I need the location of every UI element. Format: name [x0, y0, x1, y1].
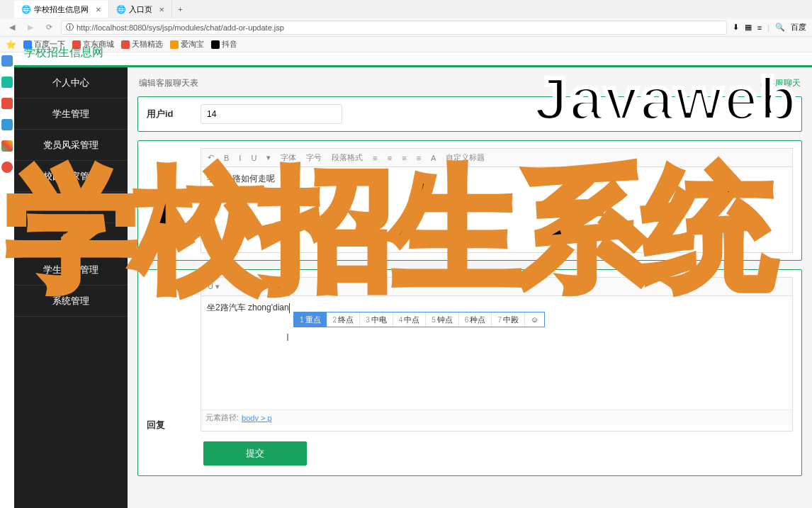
element-path-label: 元素路径:	[205, 412, 239, 423]
settings-icon[interactable]: ≡	[757, 23, 762, 32]
rail-icon[interactable]	[1, 162, 13, 173]
ime-emoji-button[interactable]: ☺	[525, 312, 544, 327]
browser-tab-strip: 🌐 学校招生信息网 × 🌐 入口页 × +	[0, 0, 812, 18]
editor2-content[interactable]: 坐2路汽车 zhong'dian 1重点 2终点 3中电 4中点 5钟点 6种点…	[201, 296, 792, 410]
close-icon[interactable]: ×	[159, 4, 165, 15]
editor2: U ▾ 坐2路汽车 zhong'dian 1重点 2终点 3中电 4中点 5钟点…	[201, 277, 793, 431]
editor-toolbar: ↶ B I U ▾ 字体 字号 段落格式 ≡ ≡ ≡ ≡ A	[201, 149, 792, 167]
underline-button[interactable]: U	[249, 154, 259, 162]
align-icon[interactable]: ≡	[400, 154, 408, 162]
browser-tab-2[interactable]: 🌐 入口页 ×	[109, 1, 173, 18]
ime-option[interactable]: 7中殿	[492, 312, 525, 327]
editor-footer: 元素路径: body > p	[201, 410, 792, 425]
globe-icon: 🌐	[116, 5, 126, 14]
align-icon[interactable]: ≡	[415, 154, 423, 162]
rail-icon[interactable]	[1, 140, 13, 152]
sidebar-item-student[interactable]: 学生管理	[14, 98, 128, 130]
browser-tab-1[interactable]: 🌐 学校招生信息网 ×	[14, 1, 109, 18]
breadcrumb-right[interactable]: ⌂ 客服聊天	[760, 77, 801, 89]
new-tab-button[interactable]: +	[172, 5, 188, 13]
text-cursor	[289, 303, 290, 313]
url-box[interactable]: ⓘ	[61, 21, 727, 35]
rail-icon[interactable]	[1, 119, 13, 130]
tab-title: 学校招生信息网	[34, 4, 89, 15]
italic-button[interactable]: I	[237, 154, 243, 162]
text-caret-icon: I	[286, 332, 289, 343]
tab-title: 入口页	[129, 4, 152, 15]
ime-option[interactable]: 3中电	[360, 312, 393, 327]
uid-label: 用户id	[147, 108, 192, 120]
underline-button[interactable]: U ▾	[205, 282, 222, 291]
left-icon-rail	[0, 52, 14, 173]
editor1-card: ↶ B I U ▾ 字体 字号 段落格式 ≡ ≡ ≡ ≡ A	[137, 140, 802, 261]
element-path-link[interactable]: body > p	[242, 414, 272, 422]
download-icon[interactable]: ⬇	[733, 23, 739, 32]
close-icon[interactable]: ×	[96, 4, 101, 15]
app-root: 学校招生信息网 个人中心 学生管理 党员风采管理 校园之家管理 录取 学生录取管…	[14, 40, 812, 508]
uid-card: 用户id	[137, 96, 802, 132]
sidebar-item-admit[interactable]: 录取	[14, 223, 128, 254]
ime-option[interactable]: 5钟点	[426, 312, 459, 327]
lock-icon: ⓘ	[66, 22, 74, 33]
forward-button[interactable]: ▶	[24, 21, 37, 34]
menu-icon[interactable]: ▦	[745, 23, 752, 32]
ime-candidate-bar: 1重点 2终点 3中电 4中点 5钟点 6种点 7中殿 ☺	[293, 312, 545, 327]
sidebar-item-party[interactable]: 党员风采管理	[14, 130, 128, 161]
globe-icon: 🌐	[21, 5, 31, 14]
main-panel: 编辑客服聊天表 ⌂ 客服聊天 用户id ↶	[128, 67, 812, 508]
reply-card: 回复 U ▾ 坐2路汽车 zhong'dian 1重点 2终点 3中电 4中点	[137, 269, 802, 476]
home-icon: ⌂	[760, 79, 765, 89]
search-engine-icon: 🔍	[775, 23, 785, 32]
editor1: ↶ B I U ▾ 字体 字号 段落格式 ≡ ≡ ≡ ≡ A	[201, 148, 793, 253]
sidebar-item-profile[interactable]: 个人中心	[14, 67, 128, 98]
ime-option[interactable]: 1重点	[294, 312, 327, 327]
color-icon[interactable]: A	[429, 154, 438, 162]
search-engine-label[interactable]: 百度	[791, 22, 806, 33]
sidebar: 个人中心 学生管理 党员风采管理 校园之家管理 录取 学生录取管理 系统管理	[14, 67, 128, 508]
paragraph-format[interactable]: 段落格式	[329, 152, 365, 163]
align-icon[interactable]: ≡	[385, 154, 394, 162]
ime-option[interactable]: 4中点	[393, 312, 427, 327]
ime-option[interactable]: 6种点	[459, 312, 492, 327]
align-icon[interactable]: ≡	[371, 154, 379, 162]
ime-option[interactable]: 2终点	[327, 312, 361, 327]
bold-button[interactable]: B	[222, 154, 231, 162]
app-header: 学校招生信息网	[14, 40, 812, 65]
breadcrumb-title: 编辑客服聊天表	[139, 77, 198, 89]
sidebar-item-system[interactable]: 系统管理	[14, 286, 128, 317]
custom-title[interactable]: 自定义标题	[444, 152, 487, 163]
submit-button[interactable]: 提交	[203, 441, 307, 465]
font-size[interactable]: 字号	[304, 152, 324, 163]
rail-icon[interactable]	[1, 98, 13, 109]
undo-icon[interactable]: ↶	[205, 153, 216, 162]
dropdown-icon[interactable]: ▾	[264, 153, 273, 162]
url-input[interactable]	[77, 23, 722, 32]
editor-toolbar: U ▾	[201, 278, 792, 296]
editor1-content[interactable]: 学校线路如何走呢	[201, 167, 792, 252]
font-family[interactable]: 字体	[278, 152, 298, 163]
back-button[interactable]: ◀	[6, 21, 18, 34]
sidebar-item-student-admit[interactable]: 学生录取管理	[14, 254, 128, 286]
sidebar-item-blank[interactable]	[14, 192, 128, 223]
reply-label: 回复	[147, 277, 192, 431]
sidebar-item-campus[interactable]: 校园之家管理	[14, 161, 128, 192]
uid-input[interactable]	[201, 104, 342, 124]
rail-icon[interactable]	[1, 55, 13, 67]
refresh-button[interactable]: ⟳	[43, 21, 55, 34]
address-bar: ◀ ▶ ⟳ ⓘ ⬇ ▦ ≡ | 🔍 百度	[0, 18, 812, 37]
rail-icon[interactable]	[1, 77, 13, 88]
app-title: 学校招生信息网	[24, 45, 103, 60]
breadcrumb: 编辑客服聊天表 ⌂ 客服聊天	[137, 74, 802, 96]
